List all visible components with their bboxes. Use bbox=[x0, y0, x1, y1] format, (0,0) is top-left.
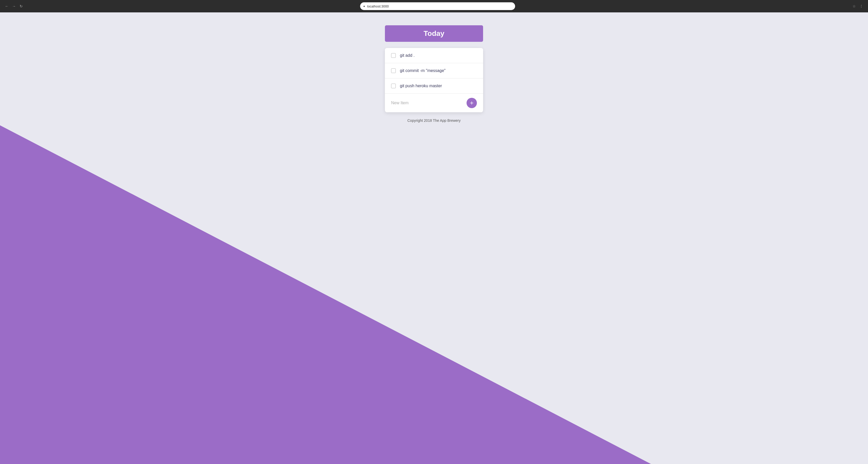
copyright-label: Copyright 2018 The App Brewery bbox=[407, 119, 461, 123]
todo-text-2: git commit -m "message" bbox=[400, 68, 445, 73]
new-item-label: New Item bbox=[391, 101, 409, 105]
nav-buttons: ← → ↻ bbox=[4, 4, 24, 9]
today-title: Today bbox=[424, 29, 444, 37]
todo-footer: New Item + bbox=[385, 94, 483, 112]
todo-item: git push heroku master bbox=[385, 78, 483, 94]
url-text: localhost:3000 bbox=[367, 4, 389, 8]
menu-icon[interactable]: ⋮ bbox=[859, 4, 864, 9]
browser-chrome: ← → ↻ ● localhost:3000 ☆ ⋮ bbox=[0, 0, 868, 12]
todo-text-1: git add . bbox=[400, 53, 414, 58]
browser-actions: ☆ ⋮ bbox=[851, 4, 864, 9]
today-header: Today bbox=[385, 25, 483, 42]
todo-checkbox-1[interactable] bbox=[391, 53, 396, 58]
todo-checkbox-3[interactable] bbox=[391, 84, 396, 88]
lock-icon: ● bbox=[363, 4, 365, 8]
copyright-text: Copyright 2018 The App Brewery bbox=[407, 119, 461, 123]
star-icon[interactable]: ☆ bbox=[851, 4, 857, 9]
add-item-button[interactable]: + bbox=[467, 98, 477, 108]
plus-icon: + bbox=[470, 100, 473, 106]
refresh-button[interactable]: ↻ bbox=[19, 4, 24, 9]
todo-checkbox-2[interactable] bbox=[391, 68, 396, 73]
back-button[interactable]: ← bbox=[4, 4, 9, 9]
main-content: Today git add . git commit -m "message" … bbox=[0, 12, 868, 123]
address-bar[interactable]: ● localhost:3000 bbox=[360, 2, 515, 10]
forward-button[interactable]: → bbox=[11, 4, 17, 9]
todo-text-3: git push heroku master bbox=[400, 84, 442, 88]
page-background: Today git add . git commit -m "message" … bbox=[0, 12, 868, 464]
todo-card: git add . git commit -m "message" git pu… bbox=[385, 48, 483, 112]
todo-item: git commit -m "message" bbox=[385, 63, 483, 78]
todo-item: git add . bbox=[385, 48, 483, 63]
